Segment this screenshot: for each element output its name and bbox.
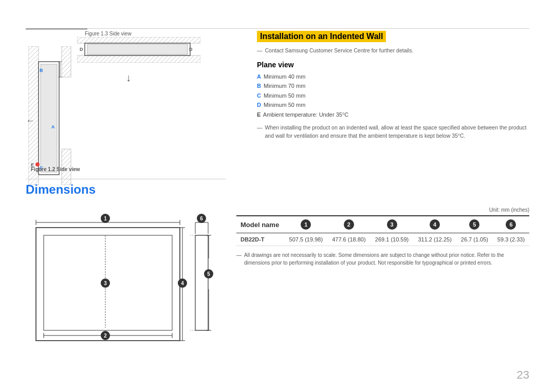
cell-v3: 269.1 (10.59): [371, 233, 414, 246]
table-row: DB22D-T 507.5 (19.98) 477.6 (18.80) 269.…: [236, 233, 529, 246]
col-model-name: Model name: [236, 216, 285, 233]
cell-model: DB22D-T: [236, 233, 285, 246]
dimensions-table: Model name 1 2 3: [236, 215, 529, 246]
col-1: 1: [285, 216, 328, 233]
measurement-b: B Minimum 70 mm: [257, 82, 529, 90]
svg-rect-2: [77, 55, 200, 63]
arrow-down: ↓: [126, 72, 131, 84]
measurement-d: D Minimum 50 mm: [257, 101, 529, 109]
svg-text:B: B: [40, 68, 43, 73]
col-6: 6: [493, 216, 529, 233]
figure-13-label: Figure 1.3 Side view: [85, 31, 132, 36]
cell-v1: 507.5 (19.98): [285, 233, 328, 246]
svg-point-17: [35, 162, 40, 166]
col-5: 5: [456, 216, 493, 233]
dimensions-content: ① 1 2 3: [26, 207, 529, 351]
plane-view-title: Plane view: [257, 61, 529, 69]
dimensions-section: Dimensions ① 1: [26, 182, 529, 371]
top-section: Figure 1.3 Side view D: [26, 31, 529, 175]
figures-area: Figure 1.3 Side view D: [26, 31, 231, 175]
svg-text:4: 4: [181, 281, 184, 286]
figure-12-svg: B A C E: [28, 46, 85, 185]
measurement-e: E Ambient temperature: Under 35°C: [257, 111, 529, 119]
diagram-area: ① 1 2 3: [26, 207, 221, 351]
svg-rect-44: [195, 235, 208, 330]
mid-rule: [26, 179, 226, 179]
figure-12-label: Figure 1.2 Side view: [31, 166, 80, 172]
contact-note: Contact Samsung Customer Service Centre …: [257, 47, 529, 53]
col-4: 4: [413, 216, 456, 233]
cell-v5: 26.7 (1.05): [456, 233, 493, 246]
svg-rect-4: [87, 44, 188, 54]
table-note: All drawings are not necessarily to scal…: [236, 251, 529, 267]
table-header-row: Model name 1 2 3: [236, 216, 529, 233]
dimensions-diagram: ① 1 2 3: [26, 207, 221, 351]
figure-13-svg: D D: [77, 37, 200, 63]
table-area: Unit: mm (inches) Model name 1 2: [236, 207, 529, 351]
measurement-list: A Minimum 40 mm B Minimum 70 mm C Minimu…: [257, 73, 529, 119]
cell-v4: 311.2 (12.25): [413, 233, 456, 246]
svg-rect-13: [41, 64, 57, 172]
cell-v6: 59.3 (2.33): [493, 233, 529, 246]
col-2: 2: [327, 216, 371, 233]
install-area: Installation on an Indented Wall Contact…: [231, 31, 529, 175]
cell-v2: 477.6 (18.80): [327, 233, 371, 246]
measurement-a: A Minimum 40 mm: [257, 73, 529, 81]
svg-text:6: 6: [200, 216, 203, 221]
svg-rect-10: [62, 46, 71, 77]
unit-label: Unit: mm (inches): [236, 207, 529, 213]
svg-text:A: A: [51, 124, 55, 129]
install-note: When installing the product on an indent…: [257, 124, 529, 140]
svg-text:2: 2: [104, 333, 107, 339]
svg-rect-1: [77, 37, 200, 43]
page-number: 23: [517, 368, 529, 382]
svg-text:5: 5: [207, 271, 210, 277]
col-3: 3: [371, 216, 414, 233]
dimensions-title: Dimensions: [26, 182, 529, 197]
svg-text:1: 1: [104, 216, 107, 221]
svg-text:D: D: [189, 47, 193, 52]
top-rule: [26, 28, 529, 29]
measurement-c: C Minimum 50 mm: [257, 92, 529, 100]
svg-text:3: 3: [104, 281, 107, 286]
install-title: Installation on an Indented Wall: [257, 31, 386, 42]
